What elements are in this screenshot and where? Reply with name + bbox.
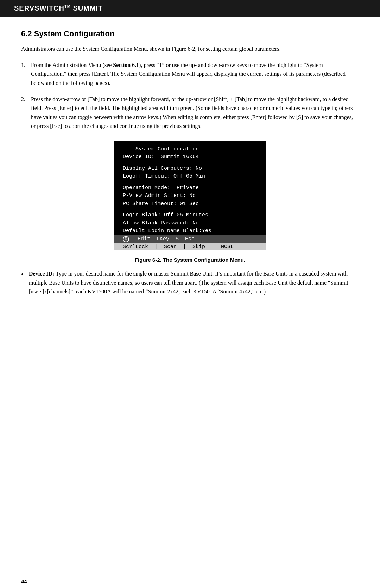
terminal-bottom-row: ScrlLock | Scan | Skip NCSL bbox=[114, 243, 266, 250]
bullet-term-device-id: Device ID: bbox=[29, 271, 54, 277]
terminal-edit-bar: Edit FKey S Esc bbox=[131, 236, 195, 242]
brand-name: SERVSWITCH bbox=[14, 4, 64, 12]
terminal-line-6: P-View Admin Silent: No bbox=[123, 192, 257, 200]
terminal-gap-1 bbox=[123, 161, 257, 165]
terminal-line-3: Logoff Timeout: Off 05 Min bbox=[123, 173, 257, 181]
terminal-gap-3 bbox=[123, 208, 257, 211]
terminal-line-10: Allow Blank Password: No bbox=[123, 219, 257, 228]
header-bar: SERVSWITCHTM SUMMIT bbox=[0, 0, 380, 17]
list-num-1: 1. bbox=[21, 61, 31, 70]
bullet-dot: • bbox=[21, 269, 29, 280]
content-area: 6.2 System Configuration Administrators … bbox=[0, 17, 380, 575]
intro-paragraph: Administrators can use the System Config… bbox=[21, 45, 359, 54]
bullet-text-device-id: Type in your desired name for the single… bbox=[29, 271, 348, 295]
terminal-line-0: Device ID: Summit 16x64 bbox=[123, 153, 257, 161]
product-name: SUMMIT bbox=[73, 4, 103, 12]
section-number: 6.2 bbox=[21, 29, 32, 38]
step1-bold-ref: Section 6.1 bbox=[113, 62, 139, 68]
list-content-2: Press the down-arrow or [Tab] to move th… bbox=[31, 95, 359, 131]
footer: 44 bbox=[0, 575, 380, 588]
circle-r-icon: ® bbox=[123, 236, 129, 242]
step1-text-before: From the Administration Menu (see bbox=[31, 62, 112, 68]
page-container: SERVSWITCHTM SUMMIT 6.2 System Configura… bbox=[0, 0, 380, 588]
list-item-2: 2. Press the down-arrow or [Tab] to move… bbox=[21, 95, 359, 131]
list-item-1: 1. From the Administration Menu (see Sec… bbox=[21, 61, 359, 88]
bullet-item-device-id: • Device ID: Type in your desired name f… bbox=[21, 269, 359, 296]
figure-caption: Figure 6-2. The System Configuration Men… bbox=[21, 257, 359, 263]
terminal-line-9: Login Blank: Off 05 Minutes bbox=[123, 211, 257, 219]
terminal-box: System Configuration Device ID: Summit 1… bbox=[114, 141, 266, 235]
bullet-list: • Device ID: Type in your desired name f… bbox=[21, 269, 359, 296]
bullet-content-device-id: Device ID: Type in your desired name for… bbox=[29, 269, 359, 296]
terminal-line-2: Display All Computers: No bbox=[123, 165, 257, 173]
numbered-list: 1. From the Administration Menu (see Sec… bbox=[21, 61, 359, 131]
terminal-highlight-row: ® Edit FKey S Esc bbox=[114, 235, 266, 243]
trademark: TM bbox=[64, 4, 71, 8]
terminal-title: System Configuration bbox=[123, 146, 257, 154]
page-number: 44 bbox=[21, 578, 27, 584]
list-num-2: 2. bbox=[21, 95, 31, 104]
header-title: SERVSWITCHTM SUMMIT bbox=[14, 4, 103, 12]
terminal-gap-2 bbox=[123, 181, 257, 184]
terminal-line-7: PC Share Timeout: 01 Sec bbox=[123, 200, 257, 208]
section-heading: 6.2 System Configuration bbox=[21, 29, 359, 38]
terminal-wrapper: System Configuration Device ID: Summit 1… bbox=[21, 141, 359, 250]
section-title: System Configuration bbox=[34, 29, 115, 38]
list-content-1: From the Administration Menu (see Sectio… bbox=[31, 61, 359, 88]
terminal-line-5: Operation Mode: Private bbox=[123, 184, 257, 192]
terminal-line-11: Default Login Name Blank:Yes bbox=[123, 227, 257, 235]
